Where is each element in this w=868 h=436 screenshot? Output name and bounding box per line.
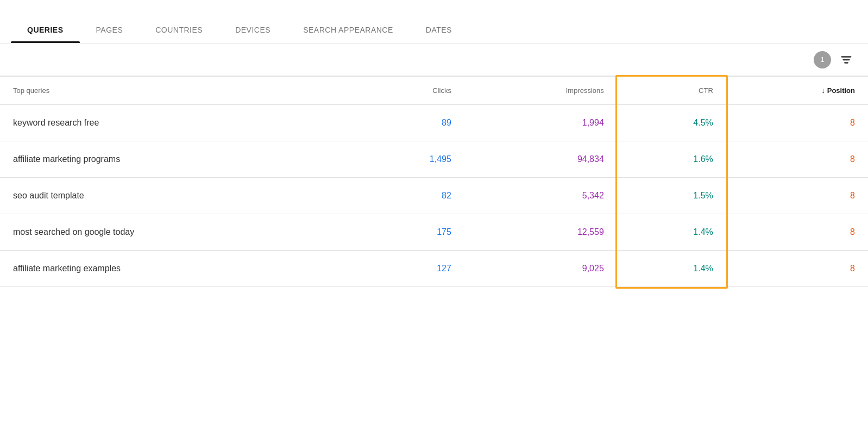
filter-icon-button[interactable]: [838, 51, 855, 68]
col-header-impressions[interactable]: Impressions: [464, 77, 617, 105]
position-cell: 8: [726, 105, 868, 141]
table-row: affiliate marketing programs 1,495 94,83…: [0, 141, 868, 178]
tab-devices[interactable]: DEVICES: [219, 26, 287, 43]
ctr-cell: 1.6%: [617, 141, 726, 178]
tab-pages[interactable]: PAGES: [80, 26, 140, 43]
ctr-cell: 1.4%: [617, 214, 726, 251]
impressions-cell: 1,994: [464, 105, 617, 141]
position-cell: 8: [726, 214, 868, 251]
data-table: Top queries Clicks Impressions CTR ↓Posi…: [0, 76, 868, 287]
tab-dates[interactable]: DATES: [410, 26, 468, 43]
col-header-clicks[interactable]: Clicks: [350, 77, 464, 105]
query-cell: affiliate marketing programs: [0, 141, 350, 178]
clicks-cell: 89: [350, 105, 464, 141]
tab-search-appearance[interactable]: SEARCH APPEARANCE: [287, 26, 410, 43]
data-table-container: Top queries Clicks Impressions CTR ↓Posi…: [0, 76, 868, 287]
tab-navigation: QUERIES PAGES COUNTRIES DEVICES SEARCH A…: [0, 0, 868, 43]
impressions-cell: 5,342: [464, 178, 617, 214]
query-cell: keyword research free: [0, 105, 350, 141]
table-row: seo audit template 82 5,342 1.5% 8: [0, 178, 868, 214]
clicks-cell: 175: [350, 214, 464, 251]
col-header-position[interactable]: ↓Position: [726, 77, 868, 105]
position-cell: 8: [726, 251, 868, 287]
impressions-cell: 12,559: [464, 214, 617, 251]
tab-countries[interactable]: COUNTRIES: [139, 26, 219, 43]
ctr-cell: 1.4%: [617, 251, 726, 287]
impressions-cell: 94,834: [464, 141, 617, 178]
table-row: keyword research free 89 1,994 4.5% 8: [0, 105, 868, 141]
impressions-cell: 9,025: [464, 251, 617, 287]
toolbar: 1: [0, 43, 868, 76]
clicks-cell: 127: [350, 251, 464, 287]
table-row: affiliate marketing examples 127 9,025 1…: [0, 251, 868, 287]
filter-count-badge[interactable]: 1: [814, 51, 831, 68]
col-header-ctr[interactable]: CTR: [617, 77, 726, 105]
position-cell: 8: [726, 141, 868, 178]
query-cell: seo audit template: [0, 178, 350, 214]
position-cell: 8: [726, 178, 868, 214]
col-header-query[interactable]: Top queries: [0, 77, 350, 105]
sort-down-icon: ↓: [821, 86, 825, 95]
tab-queries[interactable]: QUERIES: [11, 26, 80, 43]
clicks-cell: 1,495: [350, 141, 464, 178]
query-cell: most searched on google today: [0, 214, 350, 251]
table-header-row: Top queries Clicks Impressions CTR ↓Posi…: [0, 77, 868, 105]
ctr-cell: 4.5%: [617, 105, 726, 141]
clicks-cell: 82: [350, 178, 464, 214]
ctr-cell: 1.5%: [617, 178, 726, 214]
query-cell: affiliate marketing examples: [0, 251, 350, 287]
table-row: most searched on google today 175 12,559…: [0, 214, 868, 251]
